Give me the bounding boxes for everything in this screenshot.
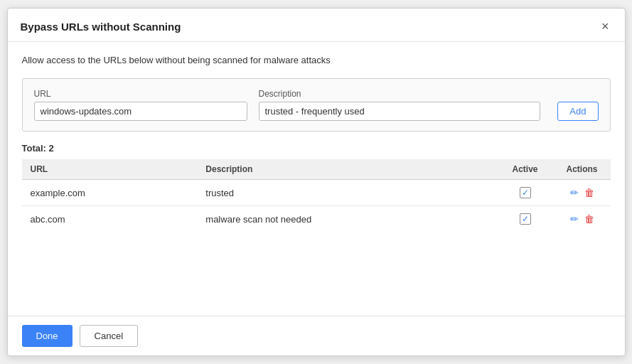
- total-count-label: Total: 2: [22, 143, 611, 154]
- active-checkbox[interactable]: ✓: [520, 187, 531, 198]
- desc-input-group: Description: [259, 89, 541, 121]
- table-row: example.com trusted ✓ ✏ 🗑: [22, 180, 611, 206]
- dialog-description: Allow access to the URLs below without b…: [22, 55, 611, 65]
- dialog-header: Bypass URLs without Scanning ×: [8, 9, 625, 42]
- cell-description: trusted: [197, 180, 496, 206]
- cell-actions: ✏ 🗑: [554, 180, 611, 206]
- add-button[interactable]: Add: [557, 102, 598, 121]
- active-checkbox[interactable]: ✓: [520, 213, 531, 225]
- delete-icon[interactable]: 🗑: [584, 187, 594, 198]
- table-row: abc.com malware scan not needed ✓ ✏ 🗑: [22, 206, 611, 232]
- total-count: 2: [49, 143, 54, 154]
- col-actions: Actions: [554, 159, 611, 180]
- col-active: Active: [497, 159, 554, 180]
- col-url: URL: [22, 159, 198, 180]
- dialog-title: Bypass URLs without Scanning: [21, 21, 181, 33]
- total-label-text: Total:: [22, 143, 46, 154]
- dialog-footer: Done Cancel: [8, 316, 625, 355]
- cell-active: ✓: [497, 180, 554, 206]
- desc-label: Description: [259, 89, 541, 99]
- done-button[interactable]: Done: [22, 325, 73, 347]
- close-button[interactable]: ×: [599, 18, 612, 34]
- url-label: URL: [34, 89, 247, 99]
- input-row: URL Description Add: [34, 89, 599, 121]
- url-input-group: URL: [34, 89, 247, 121]
- dialog-body: Allow access to the URLs below without b…: [8, 42, 625, 316]
- cell-active: ✓: [497, 206, 554, 232]
- url-input[interactable]: [34, 102, 247, 121]
- table-header-row: URL Description Active Actions: [22, 159, 611, 180]
- bypass-urls-dialog: Bypass URLs without Scanning × Allow acc…: [7, 8, 626, 356]
- cell-description: malware scan not needed: [197, 206, 496, 232]
- desc-input[interactable]: [259, 102, 541, 121]
- cell-url: example.com: [22, 180, 198, 206]
- input-section: URL Description Add: [22, 78, 611, 132]
- col-description: Description: [197, 159, 496, 180]
- cancel-button[interactable]: Cancel: [80, 325, 138, 347]
- edit-icon[interactable]: ✏: [570, 187, 579, 198]
- urls-table: URL Description Active Actions example.c…: [22, 159, 611, 232]
- cell-url: abc.com: [22, 206, 198, 232]
- edit-icon[interactable]: ✏: [570, 213, 579, 225]
- cell-actions: ✏ 🗑: [554, 206, 611, 232]
- delete-icon[interactable]: 🗑: [584, 213, 594, 225]
